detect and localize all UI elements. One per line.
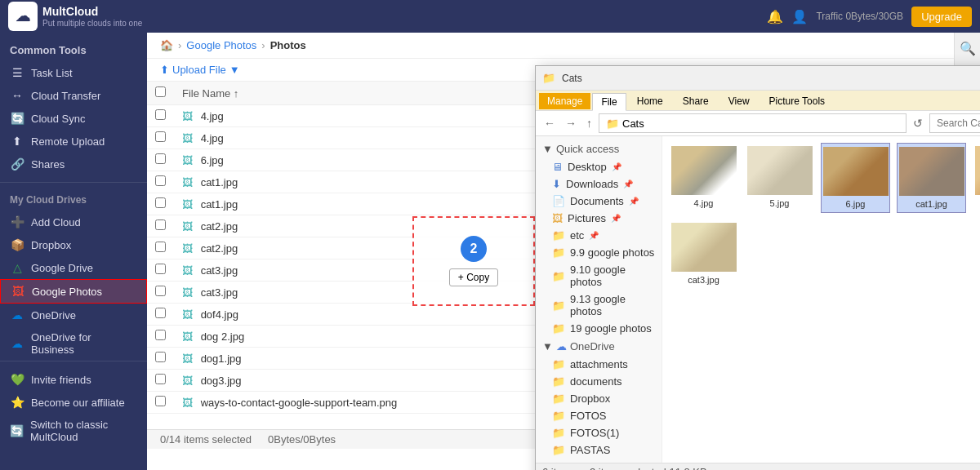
nav-item-fotos1[interactable]: 📁 FOTOS(1) — [536, 424, 662, 441]
row-checkbox[interactable] — [155, 308, 166, 318]
nav-label-99: 9.9 google photos — [570, 246, 654, 259]
file-thumb-3[interactable]: 6.jpg — [821, 143, 890, 213]
fotos-icon: 📁 — [552, 410, 565, 422]
nav-item-pastas[interactable]: 📁 PASTAS — [536, 441, 662, 459]
nav-item-downloads[interactable]: ⬇ Downloads 📌 — [536, 175, 662, 193]
nav-label-desktop: Desktop — [568, 161, 607, 173]
file-thumb-6[interactable]: cat3.jpg — [669, 219, 738, 288]
sidebar-item-shares[interactable]: 🔗 Shares — [0, 153, 147, 175]
search-input[interactable] — [929, 113, 980, 133]
nav-item-913[interactable]: 📁 9.13 google photos — [536, 290, 662, 320]
row-checkbox[interactable] — [155, 374, 166, 384]
pin-icon-etc: 📌 — [589, 231, 599, 240]
refresh-addr-button[interactable]: ↺ — [910, 115, 926, 131]
filename-text: dog1.jpg — [201, 352, 242, 365]
ribbon-share-tab[interactable]: Share — [674, 92, 718, 110]
user-icon[interactable]: 👤 — [791, 9, 808, 24]
notification-icon[interactable]: 🔔 — [767, 9, 783, 24]
nav-item-documents[interactable]: 📄 Documents 📌 — [536, 193, 662, 210]
nav-label-attachments: attachments — [570, 358, 628, 370]
filename-text: 4.jpg — [201, 110, 224, 122]
row-checkbox[interactable] — [155, 352, 166, 362]
explorer-window-icon: 📁 — [542, 72, 555, 84]
ribbon-view-tab[interactable]: View — [719, 92, 759, 110]
filename-text: cat1.jpg — [201, 176, 238, 188]
nav-item-etc[interactable]: 📁 etc 📌 — [536, 227, 662, 244]
back-button[interactable]: ← — [541, 115, 559, 131]
row-checkbox[interactable] — [155, 197, 166, 208]
my-cloud-drives-label: My Cloud Drives — [0, 189, 147, 211]
search-panel-icon[interactable]: 🔍 — [960, 41, 976, 56]
upload-file-button[interactable]: ⬆ Upload File ▼ — [160, 64, 240, 76]
upgrade-button[interactable]: Upgrade — [911, 7, 972, 27]
sidebar-item-dropbox[interactable]: 📦 Dropbox — [0, 233, 147, 256]
sidebar-item-invite[interactable]: 💚 Invite friends — [0, 368, 147, 391]
nav-item-odropbox[interactable]: 📁 Dropbox — [536, 390, 662, 407]
sidebar-item-onedrive[interactable]: ☁ OneDrive — [0, 304, 147, 326]
nav-item-fotos[interactable]: 📁 FOTOS — [536, 407, 662, 424]
select-all-checkbox[interactable] — [155, 86, 166, 97]
nav-item-desktop[interactable]: 🖥 Desktop 📌 — [536, 158, 662, 175]
onedrive-header: ▼ ☁ OneDrive — [536, 337, 662, 356]
ribbon-home-tab[interactable]: Home — [628, 92, 672, 110]
nav-item-attachments[interactable]: 📁 attachments — [536, 356, 662, 373]
row-checkbox[interactable] — [155, 264, 166, 274]
explorer-statusbar: 6 items 2 items selected 11.8 KB ☰ ⊞ — [536, 463, 980, 470]
nav-item-19[interactable]: 📁 19 google photos — [536, 320, 662, 337]
breadcrumb-google-photos[interactable]: Google Photos — [186, 39, 256, 51]
row-checkbox[interactable] — [155, 286, 166, 296]
file-type-icon: 🖼 — [182, 397, 193, 409]
ribbon-manage-tab[interactable]: Manage — [539, 93, 590, 109]
sidebar-item-affiliate[interactable]: ⭐ Become our affiliate — [0, 391, 147, 414]
sidebar-item-onedrive-biz[interactable]: ☁ OneDrive for Business — [0, 326, 147, 361]
classic-icon: 🔄 — [10, 424, 24, 437]
sidebar-item-cloud-sync[interactable]: 🔄 Cloud Sync — [0, 107, 147, 130]
explorer-selected-info: 2 items selected 11.8 KB — [590, 466, 707, 470]
row-checkbox[interactable] — [155, 153, 166, 164]
breadcrumb-home[interactable]: 🏠 — [160, 39, 173, 51]
file-thumb-4[interactable]: cat1.jpg — [897, 143, 966, 213]
sidebar-item-add-cloud[interactable]: ➕ Add Cloud — [0, 211, 147, 233]
sidebar-item-classic[interactable]: 🔄 Switch to classic MultCloud — [0, 414, 147, 448]
size-info: 0Bytes/0Bytes — [268, 433, 336, 446]
row-checkbox[interactable] — [155, 109, 166, 120]
upload-icon: ⬆ — [10, 135, 24, 148]
nav-label-downloads: Downloads — [566, 178, 618, 190]
file-thumb-5[interactable]: cat2.jpg — [973, 143, 980, 213]
sidebar-item-cloud-transfer[interactable]: ↔ Cloud Transfer — [0, 84, 147, 107]
row-checkbox[interactable] — [155, 131, 166, 142]
gphotos-icon: 🖼 — [11, 285, 25, 298]
sidebar-label-invite: Invite friends — [31, 374, 91, 386]
sidebar-label-task-list: Task List — [31, 67, 73, 79]
nav-item-odocuments[interactable]: 📁 documents — [536, 373, 662, 390]
nav-item-99[interactable]: 📁 9.9 google photos — [536, 244, 662, 261]
quick-access-arrow: ▼ — [542, 143, 553, 155]
upload-arrow-icon: ⬆ — [160, 64, 169, 76]
thumb-label-6: cat3.jpg — [688, 275, 719, 285]
quick-access-header: ▼ Quick access — [536, 140, 662, 158]
file-thumb-1[interactable]: 4.jpg — [669, 143, 738, 213]
sidebar-item-remote-upload[interactable]: ⬆ Remote Upload — [0, 130, 147, 153]
up-button[interactable]: ↑ — [583, 115, 595, 131]
row-checkbox[interactable] — [155, 330, 166, 340]
ribbon-picturetools-tab[interactable]: Picture Tools — [760, 92, 834, 110]
thumb-label-2: 5.jpg — [770, 198, 790, 208]
odropbox-icon: 📁 — [552, 392, 565, 405]
ribbon-file-tab[interactable]: File — [592, 93, 626, 111]
nav-item-910[interactable]: 📁 9.10 google photos — [536, 261, 662, 290]
nav-item-pictures[interactable]: 🖼 Pictures 📌 — [536, 210, 662, 227]
copy-button[interactable]: + Copy — [449, 268, 498, 286]
row-checkbox[interactable] — [155, 175, 166, 186]
sidebar-item-task-list[interactable]: ☰ Task List — [0, 61, 147, 84]
explorer-title: Cats — [562, 73, 980, 84]
address-path-box[interactable]: 📁 Cats — [599, 113, 906, 133]
sidebar-item-google-drive[interactable]: △ Google Drive — [0, 256, 147, 279]
row-checkbox[interactable] — [155, 242, 166, 252]
forward-button[interactable]: → — [562, 115, 580, 131]
row-checkbox[interactable] — [155, 219, 166, 230]
row-checkbox[interactable] — [155, 396, 166, 406]
sidebar-item-google-photos[interactable]: 🖼 Google Photos — [0, 279, 147, 304]
explorer-titlebar: 📁 Cats ─ □ ✕ — [536, 66, 980, 91]
nav-label-odropbox: Dropbox — [570, 392, 610, 405]
file-thumb-2[interactable]: 5.jpg — [745, 143, 814, 213]
